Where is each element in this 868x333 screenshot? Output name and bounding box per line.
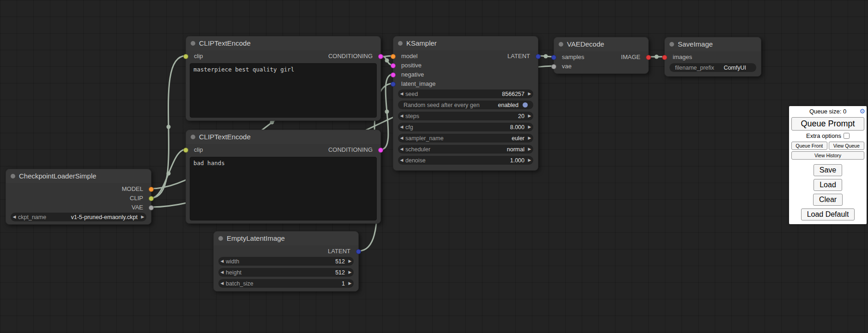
node-title-bar[interactable]: CLIPTextEncode xyxy=(186,130,380,144)
node-title-bar[interactable]: VAEDecode xyxy=(554,37,648,51)
arrow-left-icon[interactable]: ◀ xyxy=(398,156,405,165)
widget-width[interactable]: ◀ width 512 ▶ xyxy=(218,257,354,266)
node-saveimage[interactable]: SaveImage images filename_prefix ComfyUI xyxy=(664,37,761,77)
node-title-bar[interactable]: CLIPTextEncode xyxy=(186,36,380,50)
input-port-samples[interactable] xyxy=(551,55,556,60)
widget-random-seed-toggle[interactable]: Random seed after every gen enabled xyxy=(398,101,533,109)
load-default-button[interactable]: Load Default xyxy=(801,208,855,220)
view-history-button[interactable]: View History xyxy=(791,151,864,160)
arrow-right-icon[interactable]: ▶ xyxy=(526,89,533,98)
extra-options-checkbox[interactable] xyxy=(844,133,850,139)
node-vaedecode[interactable]: VAEDecode samples vae IMAGE xyxy=(554,37,649,74)
input-port-images[interactable] xyxy=(662,55,667,60)
arrow-left-icon[interactable]: ◀ xyxy=(398,123,405,131)
arrow-right-icon[interactable]: ▶ xyxy=(346,257,354,266)
arrow-left-icon[interactable]: ◀ xyxy=(398,134,405,143)
queue-prompt-button[interactable]: Queue Prompt xyxy=(791,117,864,131)
node-collapse-dot-icon[interactable] xyxy=(218,236,223,241)
input-port-positive[interactable] xyxy=(391,63,396,68)
node-collapse-dot-icon[interactable] xyxy=(191,41,195,46)
arrow-left-icon[interactable]: ◀ xyxy=(218,279,226,288)
node-title-bar[interactable]: CheckpointLoaderSimple xyxy=(6,169,151,183)
input-port-vae[interactable] xyxy=(551,64,556,69)
node-title-bar[interactable]: SaveImage xyxy=(665,37,761,51)
output-port-latent[interactable] xyxy=(536,54,541,59)
node-title-bar[interactable]: EmptyLatentImage xyxy=(214,232,358,245)
arrow-right-icon[interactable]: ▶ xyxy=(526,156,533,165)
output-port-conditioning[interactable] xyxy=(378,148,383,153)
input-port-clip[interactable] xyxy=(183,148,188,153)
widget-seed[interactable]: ◀ seed 8566257 ▶ xyxy=(398,89,533,98)
widget-label: filename_prefix xyxy=(675,65,714,71)
widget-batch-size[interactable]: ◀ batch_size 1 ▶ xyxy=(218,279,354,288)
output-port-clip[interactable] xyxy=(149,196,154,201)
widget-scheduler[interactable]: ◀ scheduler normal ▶ xyxy=(398,145,533,154)
arrow-left-icon[interactable]: ◀ xyxy=(398,145,405,154)
widget-denoise[interactable]: ◀ denoise 1.000 ▶ xyxy=(398,156,533,165)
arrow-left-icon[interactable]: ◀ xyxy=(218,268,226,277)
graph-canvas[interactable]: CheckpointLoaderSimple MODEL CLIP VAE ◀ … xyxy=(0,0,868,333)
widget-ckpt-name[interactable]: ◀ ckpt_name v1-5-pruned-emaonly.ckpt ▶ xyxy=(11,213,146,221)
arrow-right-icon[interactable]: ▶ xyxy=(526,134,533,143)
widget-cfg[interactable]: ◀ cfg 8.000 ▶ xyxy=(398,123,533,131)
node-collapse-dot-icon[interactable] xyxy=(11,174,15,178)
arrow-right-icon[interactable]: ▶ xyxy=(139,213,146,221)
widget-sampler-name[interactable]: ◀ sampler_name euler ▶ xyxy=(398,134,533,143)
link-midpoint-dot[interactable] xyxy=(385,59,389,63)
clear-button[interactable]: Clear xyxy=(813,194,843,206)
queue-front-button[interactable]: Queue Front xyxy=(791,142,827,150)
link-midpoint-dot[interactable] xyxy=(544,54,548,59)
arrow-left-icon[interactable]: ◀ xyxy=(218,257,226,266)
arrow-right-icon[interactable]: ▶ xyxy=(526,145,533,154)
widget-height[interactable]: ◀ height 512 ▶ xyxy=(218,268,354,277)
input-port-model[interactable] xyxy=(391,54,396,59)
arrow-left-icon[interactable]: ◀ xyxy=(398,89,405,98)
node-collapse-dot-icon[interactable] xyxy=(559,42,563,47)
arrow-right-icon[interactable]: ▶ xyxy=(346,268,354,277)
node-title-bar[interactable]: KSampler xyxy=(393,36,538,50)
widget-label: scheduler xyxy=(405,146,430,153)
toggle-on-icon[interactable] xyxy=(523,102,528,107)
link-midpoint-dot[interactable] xyxy=(167,172,171,176)
link-midpoint-dot[interactable] xyxy=(385,110,389,114)
comfy-menu[interactable]: Queue size: 0 ⚙ Queue Prompt Extra optio… xyxy=(789,106,867,224)
workflow-buttons: Save Load Clear Load Default xyxy=(791,164,864,220)
view-queue-button[interactable]: View Queue xyxy=(829,142,865,150)
widget-value: 512 xyxy=(241,269,346,276)
widget-label: batch_size xyxy=(226,280,253,287)
save-button[interactable]: Save xyxy=(814,164,842,176)
widget-value: v1-5-pruned-emaonly.ckpt xyxy=(46,214,139,220)
link-midpoint-dot[interactable] xyxy=(167,125,171,129)
arrow-right-icon[interactable]: ▶ xyxy=(526,112,533,120)
arrow-right-icon[interactable]: ▶ xyxy=(526,123,533,131)
node-collapse-dot-icon[interactable] xyxy=(191,135,195,139)
arrow-left-icon[interactable]: ◀ xyxy=(11,213,18,221)
node-ksampler[interactable]: KSampler model positive negative latent_… xyxy=(393,36,538,171)
output-port-image[interactable] xyxy=(646,55,651,60)
node-title: CLIPTextEncode xyxy=(199,36,251,50)
link-midpoint-dot[interactable] xyxy=(655,55,659,59)
input-port-latent-image[interactable] xyxy=(391,82,396,87)
input-port-clip[interactable] xyxy=(183,54,188,59)
prompt-text-input[interactable]: bad hands xyxy=(190,157,377,220)
arrow-right-icon[interactable]: ▶ xyxy=(346,279,354,288)
node-collapse-dot-icon[interactable] xyxy=(398,41,403,46)
node-collapse-dot-icon[interactable] xyxy=(669,42,674,47)
node-cliptextencode-negative[interactable]: CLIPTextEncode clip CONDITIONING bad han… xyxy=(186,130,381,224)
node-cliptextencode-positive[interactable]: CLIPTextEncode clip CONDITIONING masterp… xyxy=(186,36,381,121)
prompt-text-input[interactable]: masterpiece best quality girl xyxy=(190,63,377,118)
load-button[interactable]: Load xyxy=(814,179,842,191)
settings-gear-icon[interactable]: ⚙ xyxy=(859,108,865,114)
output-port-conditioning[interactable] xyxy=(378,54,383,59)
input-port-negative[interactable] xyxy=(391,72,396,77)
output-port-vae[interactable] xyxy=(149,205,154,210)
node-emptylatentimage[interactable]: EmptyLatentImage LATENT ◀ width 512 ▶ ◀ … xyxy=(213,231,359,291)
widget-filename-prefix[interactable]: filename_prefix ComfyUI xyxy=(669,63,756,72)
output-port-latent[interactable] xyxy=(356,249,361,254)
queue-buttons-row: Queue Front View Queue xyxy=(791,142,864,150)
widget-steps[interactable]: ◀ steps 20 ▶ xyxy=(398,112,533,120)
arrow-left-icon[interactable]: ◀ xyxy=(398,112,405,120)
widget-value: 20 xyxy=(419,113,526,119)
node-checkpointloadersimple[interactable]: CheckpointLoaderSimple MODEL CLIP VAE ◀ … xyxy=(6,169,151,225)
output-port-model[interactable] xyxy=(149,187,154,192)
